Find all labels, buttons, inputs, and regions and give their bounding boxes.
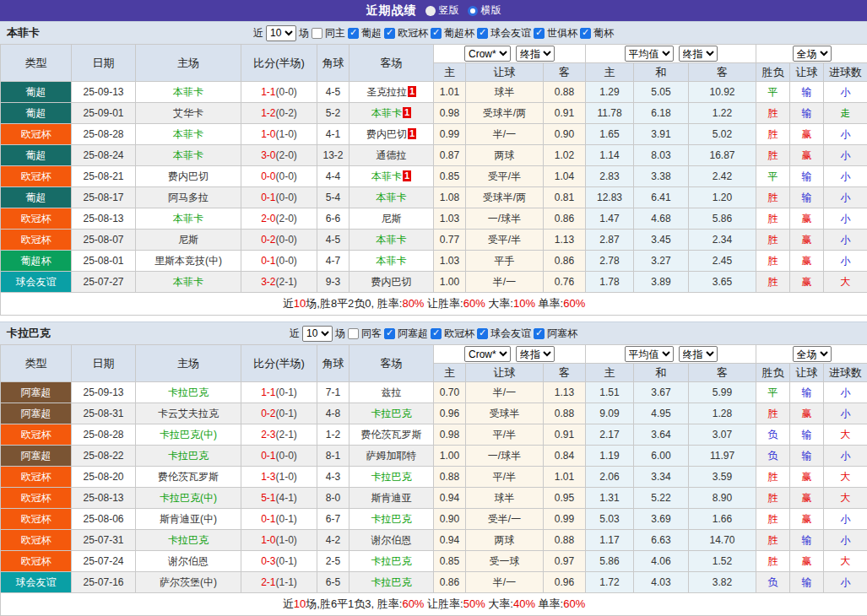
score: 5-1(4-1) — [241, 488, 317, 509]
avg-draw-odds: 6.00 — [634, 446, 689, 467]
bookmaker-select[interactable]: Crow* — [464, 46, 511, 62]
crown-away-odds: 1.13 — [544, 382, 586, 403]
column-header: 主场 — [136, 45, 241, 82]
home-team-name: 卡拉巴克 — [168, 450, 209, 462]
crown-handicap: 半/一 — [466, 572, 544, 593]
avg-home-odds: 1.29 — [586, 82, 634, 103]
recent-count-select[interactable]: 10 — [302, 326, 333, 342]
league-filter-checkbox[interactable] — [431, 328, 442, 339]
crown-handicap: 两球 — [466, 145, 544, 166]
average-select[interactable]: 平均值 — [625, 346, 674, 362]
fulltime-score: 0-2 — [261, 234, 275, 246]
league-type-badge: 葡超 — [1, 103, 72, 124]
result-handicap: 输 — [790, 446, 824, 467]
halftime-score: (2-1) — [276, 276, 297, 288]
avg-away-odds: 14.70 — [689, 530, 756, 551]
crown-home-odds: 0.88 — [434, 467, 466, 488]
recent-count-select[interactable]: 10 — [266, 25, 296, 41]
summary-segment: 50% — [463, 597, 485, 610]
same-filter-checkbox[interactable] — [312, 28, 322, 39]
result-outcome: 胜 — [756, 103, 790, 124]
avg-home-odds: 2.87 — [586, 230, 634, 251]
odds-column-header: 胜负 — [756, 63, 790, 82]
halftime-score: (0-1) — [276, 408, 297, 419]
index-type-select[interactable]: 终指 — [679, 346, 718, 362]
fulltime-score: 0-1 — [261, 513, 275, 525]
radio-selected-icon[interactable] — [425, 6, 436, 16]
crown-away-odds: 0.99 — [544, 509, 586, 530]
crown-away-odds: 0.84 — [544, 446, 586, 467]
scope-select[interactable]: 全场 — [793, 46, 832, 62]
away-team-name: 本菲卡 — [377, 255, 407, 267]
away-team: 本菲卡 — [350, 251, 434, 272]
same-filter-checkbox[interactable] — [348, 328, 359, 339]
index-type-select[interactable]: 终指 — [516, 346, 555, 362]
layout-radio-horizontal[interactable]: 横版 — [468, 3, 501, 18]
league-filter-checkbox[interactable] — [384, 328, 395, 339]
avg-draw-odds: 3.34 — [634, 467, 689, 488]
average-select[interactable]: 平均值 — [625, 46, 674, 62]
bookmaker-select[interactable]: Crow* — [464, 346, 511, 362]
league-filter-checkbox[interactable] — [477, 28, 488, 39]
layout-radio-vertical[interactable]: 竖版 — [425, 3, 459, 18]
crown-handicap: 半/一 — [466, 272, 544, 293]
match-row: 葡超25-09-01艾华卡1-2(0-2)5-2本菲卡10.98受球半/两0.9… — [1, 103, 867, 124]
avg-draw-odds: 5.05 — [634, 82, 689, 103]
scope-select[interactable]: 全场 — [793, 346, 832, 362]
result-handicap: 输 — [790, 187, 824, 208]
recent-label: 近 — [253, 26, 263, 41]
league-type-badge: 葡超 — [1, 187, 72, 208]
home-team-name: 斯肯迪亚(中) — [160, 513, 217, 525]
crown-handicap: 一/球半 — [466, 446, 544, 467]
away-team-name: 通德拉 — [377, 149, 407, 161]
league-filter-checkbox[interactable] — [348, 28, 359, 39]
fulltime-score: 1-1 — [261, 386, 275, 398]
index-type-select[interactable]: 终指 — [679, 46, 718, 62]
avg-away-odds: 5.02 — [689, 124, 756, 145]
home-team-name: 本菲卡 — [173, 128, 203, 140]
crown-away-odds: 0.88 — [544, 403, 586, 424]
away-team: 尼斯 — [350, 208, 434, 230]
match-date: 25-07-31 — [72, 530, 136, 551]
match-row: 欧冠杯25-08-20费伦茨瓦罗斯1-3(1-0)4-3卡拉巴克0.88平/半1… — [1, 467, 867, 488]
league-type-badge: 欧冠杯 — [1, 230, 72, 251]
league-filter-checkbox[interactable] — [580, 28, 591, 39]
filter-bar: 近10场同客阿塞超欧冠杯球会友谊阿塞杯 — [290, 326, 577, 342]
avg-draw-odds: 8.03 — [634, 145, 689, 166]
match-date: 25-08-07 — [72, 230, 136, 251]
index-type-select[interactable]: 终指 — [516, 46, 555, 62]
score: 0-1(0-0) — [241, 251, 317, 272]
avg-home-odds: 1.17 — [586, 530, 634, 551]
away-team-name: 费内巴切 — [366, 128, 407, 140]
match-row: 欧冠杯25-07-24谢尔伯恩0-3(0-1)2-5卡拉巴克0.85受一球0.9… — [1, 551, 867, 572]
fulltime-score: 3-2 — [261, 276, 275, 288]
league-filter-checkbox[interactable] — [477, 328, 488, 339]
section-header: 卡拉巴克近10场同客阿塞超欧冠杯球会友谊阿塞杯 — [0, 322, 867, 344]
match-row: 球会友谊25-07-16萨尔茨堡(中)2-1(1-1)6-5卡拉巴克0.86半/… — [1, 572, 867, 593]
home-team: 本菲卡 — [136, 82, 241, 103]
crown-dropdown-group: Crow*终指 — [434, 45, 586, 63]
column-header: 类型 — [1, 345, 72, 382]
filter-bar: 近10场同主葡超欧冠杯葡超杯球会友谊世俱杯葡杯 — [253, 25, 614, 41]
league-filter-checkbox[interactable] — [534, 328, 545, 339]
radio-unselected-icon[interactable] — [468, 6, 478, 16]
summary-segment: 单率: — [535, 597, 563, 610]
result-outcome: 负 — [756, 572, 790, 593]
league-filter-checkbox[interactable] — [431, 28, 442, 39]
result-handicap: 赢 — [790, 145, 824, 166]
away-team-name: 卡拉巴克 — [371, 513, 412, 525]
corner-stat: 4-1 — [317, 124, 350, 145]
home-team: 本菲卡 — [136, 272, 241, 293]
odds-column-header: 客 — [689, 364, 756, 382]
crown-handicap: 受球半/两 — [466, 187, 544, 208]
corner-stat: 4-4 — [317, 166, 350, 187]
corner-stat: 4-7 — [317, 251, 350, 272]
summary-segment: 80% — [402, 297, 424, 310]
league-filter-checkbox[interactable] — [384, 28, 395, 39]
score: 0-1(0-0) — [241, 446, 317, 467]
same-filter-label: 同客 — [361, 327, 382, 341]
league-filter-checkbox[interactable] — [534, 28, 545, 39]
result-outcome: 负 — [756, 446, 790, 467]
league-type-badge: 球会友谊 — [1, 272, 72, 293]
summary-segment: 10 — [294, 297, 306, 310]
